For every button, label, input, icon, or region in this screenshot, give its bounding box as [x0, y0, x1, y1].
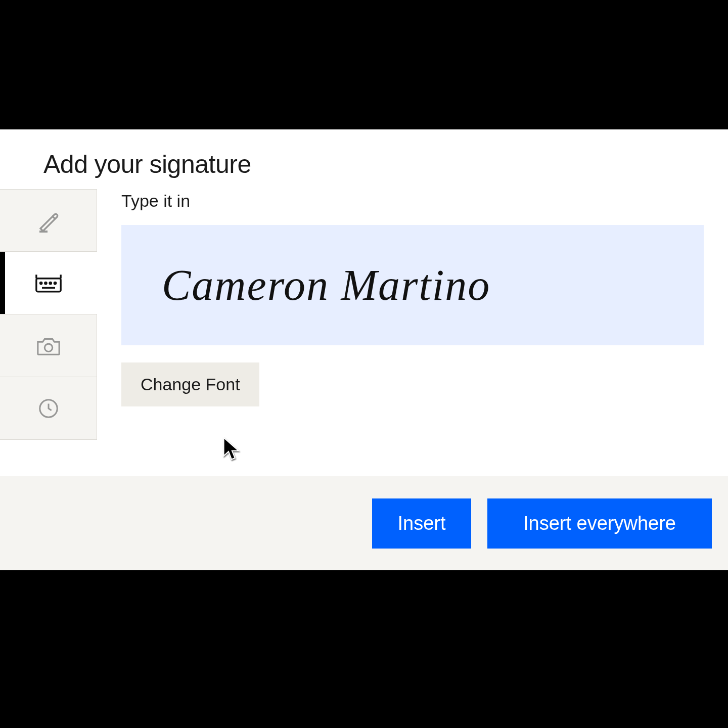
- svg-rect-1: [36, 278, 61, 291]
- signature-input[interactable]: Cameron Martino: [121, 225, 704, 345]
- section-label: Type it in: [121, 191, 704, 211]
- signature-mode-tabs: [0, 189, 97, 476]
- svg-point-5: [45, 282, 47, 284]
- dialog-header: Add your signature: [0, 129, 728, 189]
- type-signature-panel: Type it in Cameron Martino Change Font: [97, 189, 728, 476]
- change-font-button[interactable]: Change Font: [121, 362, 259, 406]
- dialog-body: Type it in Cameron Martino Change Font: [0, 189, 728, 476]
- keyboard-icon: [35, 273, 62, 293]
- pencil-icon: [36, 208, 61, 233]
- dialog-footer: Insert Insert everywhere: [0, 476, 728, 570]
- signature-value: Cameron Martino: [162, 260, 490, 310]
- dialog-title: Add your signature: [43, 150, 698, 179]
- tab-type[interactable]: [0, 252, 97, 314]
- insert-button[interactable]: Insert: [372, 498, 471, 549]
- svg-point-6: [50, 282, 51, 284]
- signature-dialog: Add your signature: [0, 129, 728, 570]
- tab-camera[interactable]: [0, 314, 97, 377]
- svg-point-7: [54, 282, 56, 284]
- camera-icon: [36, 335, 61, 357]
- svg-point-9: [44, 344, 52, 351]
- tab-history[interactable]: [0, 377, 97, 440]
- clock-icon: [37, 397, 60, 420]
- tab-draw[interactable]: [0, 189, 97, 252]
- insert-everywhere-button[interactable]: Insert everywhere: [487, 498, 712, 549]
- svg-point-4: [40, 282, 41, 284]
